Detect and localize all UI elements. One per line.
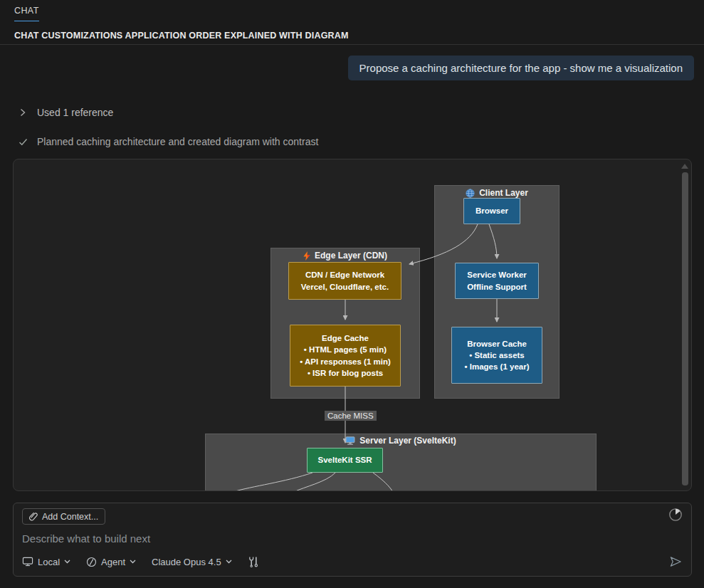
node-browser: Browser	[463, 198, 520, 224]
tools-icon[interactable]	[248, 556, 260, 568]
layer-title-edge: Edge Layer (CDN)	[270, 251, 420, 261]
paperclip-icon	[29, 512, 38, 521]
tab-chat[interactable]: CHAT	[14, 6, 39, 21]
layer-title-server: Server Layer (SvelteKit)	[205, 436, 597, 446]
mode-picker-agent-label: Agent	[101, 557, 125, 567]
header-divider	[0, 44, 704, 45]
diagram-viewport: Client Layer Edge Layer (CDN) Server Lay…	[13, 159, 692, 491]
agent-icon	[86, 557, 97, 567]
chevron-right-icon	[17, 108, 28, 117]
mode-picker-agent[interactable]: Agent	[86, 557, 136, 567]
node-service-worker-line2: Offline Support	[467, 281, 527, 293]
node-edge-cache-item3: • ISR for blog posts	[308, 367, 383, 379]
node-edge-cache-title: Edge Cache	[322, 332, 369, 344]
send-icon[interactable]	[669, 555, 683, 568]
user-message-bubble: Propose a caching architecture for the a…	[348, 56, 694, 80]
chat-panel: CHAT CHAT CUSTOMIZATIONS APPLICATION ORD…	[0, 0, 704, 588]
add-context-button[interactable]: Add Context...	[22, 508, 105, 525]
model-picker[interactable]: Claude Opus 4.5	[152, 557, 232, 567]
node-cdn: CDN / Edge Network Vercel, Cloudflare, e…	[288, 262, 401, 300]
layer-title-edge-label: Edge Layer (CDN)	[315, 251, 387, 261]
node-edge-cache-item1: • HTML pages (5 min)	[304, 344, 387, 355]
node-cdn-line2: Vercel, Cloudflare, etc.	[301, 281, 389, 293]
status-row[interactable]: Planned caching architecture and created…	[17, 136, 318, 147]
globe-icon	[466, 189, 475, 198]
used-references-row[interactable]: Used 1 reference	[17, 107, 113, 118]
node-browser-cache: Browser Cache • Static assets • Images (…	[451, 327, 542, 384]
node-sveltekit-ssr: SvelteKit SSR	[307, 448, 383, 473]
node-browser-cache-item1: • Static assets	[469, 350, 525, 361]
page-title: CHAT CUSTOMIZATIONS APPLICATION ORDER EX…	[14, 31, 349, 41]
used-references-label: Used 1 reference	[37, 107, 113, 118]
session-picker-local[interactable]: Local	[22, 557, 70, 567]
quota-indicator-icon	[668, 508, 683, 522]
layer-title-client-label: Client Layer	[479, 188, 528, 198]
scroll-up-button[interactable]	[681, 164, 688, 169]
chat-composer: Add Context... Local	[13, 503, 692, 577]
node-edge-cache-item2: • API responses (1 min)	[300, 356, 391, 367]
node-service-worker-line1: Service Worker	[467, 269, 527, 280]
scrollbar-thumb[interactable]	[682, 172, 688, 485]
layer-title-client: Client Layer	[434, 188, 559, 198]
node-service-worker: Service Worker Offline Support	[455, 263, 539, 299]
chevron-down-icon	[64, 560, 70, 564]
node-sveltekit-ssr-label: SvelteKit SSR	[317, 454, 372, 466]
edge-label-cache-miss: Cache MISS	[325, 411, 377, 421]
node-cdn-line1: CDN / Edge Network	[305, 269, 384, 280]
lightning-icon	[303, 251, 310, 261]
status-label: Planned caching architecture and created…	[37, 136, 318, 147]
chevron-down-icon	[130, 560, 136, 564]
add-context-label: Add Context...	[42, 512, 98, 522]
model-picker-label: Claude Opus 4.5	[152, 557, 221, 567]
check-icon	[17, 138, 28, 146]
node-edge-cache: Edge Cache • HTML pages (5 min) • API re…	[290, 325, 401, 387]
chevron-down-icon	[226, 560, 232, 564]
node-browser-cache-title: Browser Cache	[467, 338, 527, 350]
node-browser-cache-item2: • Images (1 year)	[465, 361, 530, 372]
monitor-icon	[22, 557, 33, 567]
composer-toolbar: Local Agent Claude Opus 4.5	[22, 554, 683, 569]
chat-input[interactable]	[22, 530, 648, 546]
node-browser-label: Browser	[476, 205, 508, 216]
computer-icon	[345, 436, 355, 445]
session-picker-local-label: Local	[38, 557, 60, 567]
layer-title-server-label: Server Layer (SvelteKit)	[359, 436, 456, 446]
